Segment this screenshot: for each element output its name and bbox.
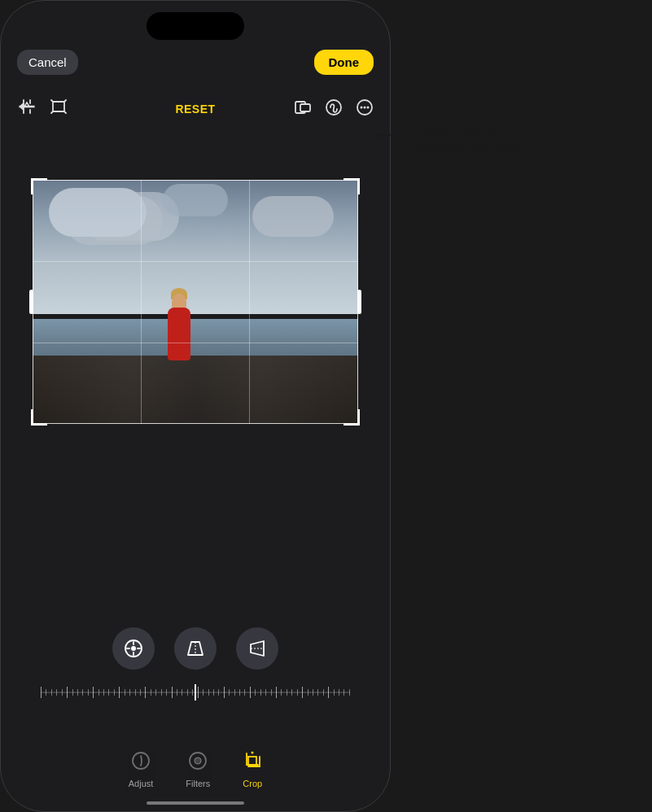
dynamic-island xyxy=(147,12,244,40)
filters-icon xyxy=(188,751,208,775)
svg-point-19 xyxy=(133,753,149,769)
callout-arrow xyxy=(374,127,423,143)
figure xyxy=(163,287,195,360)
svg-rect-22 xyxy=(248,757,256,765)
photo-canvas xyxy=(33,180,358,424)
tool-bar: RESET xyxy=(1,97,390,121)
home-indicator xyxy=(147,801,244,805)
dial-center-indicator xyxy=(195,684,196,701)
crop-label: Crop xyxy=(243,779,262,788)
clouds-layer xyxy=(33,180,358,314)
callout-text-line2: опозвали исецање. xyxy=(415,139,525,158)
tab-filters[interactable]: Filters xyxy=(186,751,210,788)
svg-point-21 xyxy=(195,757,201,764)
svg-rect-3 xyxy=(300,104,310,111)
straighten-button[interactable] xyxy=(112,627,155,670)
phone-frame: Cancel Done RESET xyxy=(0,0,391,812)
callout-area: Тапните да бисте опозвали исецање. xyxy=(391,0,652,812)
cloud-1 xyxy=(49,188,147,237)
straighten-dial[interactable] xyxy=(41,679,350,705)
aspect-ratio-icon[interactable] xyxy=(294,98,312,120)
image-area xyxy=(1,131,390,473)
controls-area xyxy=(1,627,390,705)
svg-point-7 xyxy=(364,106,366,108)
done-button[interactable]: Done xyxy=(314,50,374,75)
svg-rect-1 xyxy=(53,102,64,111)
dial-track xyxy=(41,692,350,693)
svg-point-25 xyxy=(376,133,381,138)
tool-right-group xyxy=(294,98,374,120)
svg-point-6 xyxy=(361,106,363,108)
callout-container: Тапните да бисте опозвали исецање. xyxy=(415,120,525,157)
filters-label: Filters xyxy=(186,779,210,788)
markup-icon[interactable] xyxy=(325,98,343,120)
reset-button[interactable]: RESET xyxy=(175,103,215,116)
svg-point-14 xyxy=(131,646,136,651)
image-wrapper[interactable] xyxy=(33,180,358,424)
callout-text-line1: Тапните да бисте xyxy=(415,120,525,139)
perspective-horizontal-button[interactable] xyxy=(236,627,278,670)
more-options-icon[interactable] xyxy=(356,98,374,120)
rocks-layer xyxy=(33,356,358,424)
tool-left-group xyxy=(17,97,69,121)
tab-adjust[interactable]: Adjust xyxy=(129,751,154,788)
flip-vertical-icon[interactable] xyxy=(17,97,37,121)
cancel-button[interactable]: Cancel xyxy=(17,50,78,75)
tab-bar: Adjust Filters Crop xyxy=(1,751,390,788)
cloud-3 xyxy=(163,184,228,216)
rotate-crop-icon[interactable] xyxy=(50,97,69,121)
figure-body xyxy=(168,308,190,360)
crop-icon xyxy=(243,751,262,775)
transform-buttons-group xyxy=(112,627,278,670)
adjust-icon xyxy=(131,751,151,775)
adjust-label: Adjust xyxy=(129,779,154,788)
tab-crop[interactable]: Crop xyxy=(243,751,262,788)
svg-point-8 xyxy=(367,106,370,108)
rock-detail xyxy=(33,356,358,424)
svg-point-23 xyxy=(252,752,254,754)
perspective-vertical-button[interactable] xyxy=(174,627,217,670)
top-bar: Cancel Done xyxy=(1,50,390,75)
cloud-2 xyxy=(252,196,334,237)
